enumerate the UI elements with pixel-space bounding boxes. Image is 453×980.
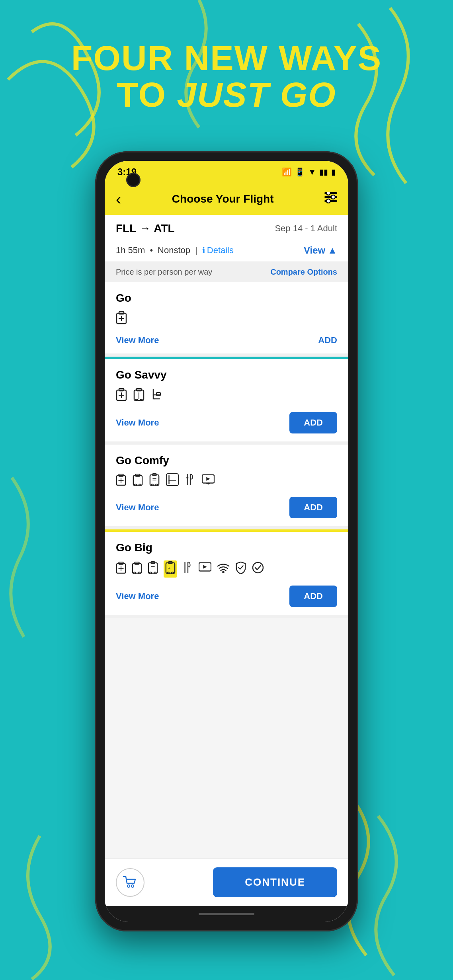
svg-rect-34	[166, 474, 178, 486]
svg-rect-51	[148, 563, 157, 573]
pi-icon4	[116, 561, 126, 577]
meal-icon	[185, 473, 195, 489]
flight-duration: 1h 55m	[116, 245, 145, 256]
fare-icons-go	[116, 311, 337, 327]
svg-marker-65	[203, 565, 207, 568]
svg-text:+: +	[168, 566, 171, 570]
fare-footer-go-comfy: View More ADD	[116, 497, 337, 518]
big-bag-icon: +	[164, 560, 177, 578]
details-link[interactable]: ℹ Details	[202, 245, 234, 256]
filter-button[interactable]	[324, 192, 337, 206]
meal-icon2	[183, 561, 193, 577]
svg-point-4	[331, 195, 335, 199]
content-area: FLL → ATL Sep 14 - 1 Adult 1h 55m • Nons…	[105, 215, 348, 906]
route-arrow: →	[139, 222, 150, 235]
add-button-go-big[interactable]: ADD	[289, 586, 337, 607]
back-button[interactable]: ‹	[116, 190, 121, 208]
fare-icons-go-comfy	[116, 473, 337, 489]
fare-card-go-savvy: Go Savvy	[105, 357, 348, 445]
continue-button[interactable]: CONTINUE	[213, 867, 337, 897]
entertainment-icon	[202, 474, 215, 488]
svg-point-3	[326, 192, 330, 195]
checked-bag-icon2	[148, 561, 158, 577]
phone-frame: 3:19 📶 📱 ▼ ▮▮ ▮ ‹ Choose Your Flight	[95, 151, 358, 931]
add-button-go-comfy[interactable]: ADD	[289, 497, 337, 518]
carry-on-icon	[133, 388, 144, 404]
pi-icon3	[116, 473, 126, 489]
fare-name-go-comfy: Go Comfy	[116, 454, 337, 467]
view-more-go[interactable]: View More	[116, 335, 159, 346]
co-icon3	[132, 561, 142, 577]
cart-button[interactable]	[116, 868, 144, 897]
nav-title: Choose Your Flight	[172, 193, 274, 205]
bluetooth-icon: 📶	[282, 167, 292, 177]
check-circle-icon	[252, 562, 264, 576]
svg-point-5	[326, 199, 330, 203]
personal-item-icon	[116, 311, 127, 327]
wifi-icon2	[217, 562, 230, 576]
route-meta: Sep 14 - 1 Adult	[275, 223, 337, 234]
fare-card-go-big: Go Big	[105, 529, 348, 618]
bottom-bar: CONTINUE	[105, 858, 348, 906]
fare-card-go: Go View More ADD	[105, 282, 348, 357]
svg-rect-47	[133, 564, 141, 573]
fare-card-go-comfy: Go Comfy	[105, 445, 348, 529]
price-notice: Price is per person per way Compare Opti…	[105, 262, 348, 282]
fare-icons-go-savvy	[116, 388, 337, 404]
add-button-go[interactable]: ADD	[318, 335, 337, 346]
price-text: Price is per person per way	[116, 267, 212, 277]
fare-footer-go-savvy: View More ADD	[116, 412, 337, 433]
svg-rect-24	[133, 476, 142, 485]
fare-name-go-big: Go Big	[116, 541, 337, 554]
checked-bag-icon	[149, 473, 160, 489]
add-button-go-savvy[interactable]: ADD	[289, 412, 337, 433]
view-more-go-comfy[interactable]: View More	[116, 502, 159, 513]
personal-item-icon2	[116, 388, 127, 404]
svg-marker-42	[206, 477, 210, 480]
home-indicator	[105, 906, 348, 922]
nav-bar: ‹ Choose Your Flight	[105, 183, 348, 215]
svg-point-67	[253, 562, 263, 573]
fare-icons-go-big: +	[116, 560, 337, 578]
status-bar: 3:19 📶 📱 ▼ ▮▮ ▮	[105, 161, 348, 183]
flight-info: 1h 55m • Nonstop | ℹ Details	[116, 245, 234, 256]
view-button[interactable]: View ▲	[304, 245, 337, 256]
route-label: FLL → ATL	[116, 222, 175, 235]
camera	[126, 173, 141, 187]
passenger-count: 1 Adult	[310, 223, 337, 233]
route-row: FLL → ATL Sep 14 - 1 Adult	[105, 215, 348, 239]
comfort-seat-icon	[166, 473, 179, 489]
fare-options: Go View More ADD	[105, 282, 348, 858]
hero-line1: FOUR NEW WAYS	[0, 40, 453, 76]
view-more-go-savvy[interactable]: View More	[116, 418, 159, 428]
status-icons: 📶 📱 ▼ ▮▮ ▮	[282, 167, 336, 177]
vibrate-icon: 📱	[295, 167, 305, 177]
hero-line2: TO JUST GO	[0, 76, 453, 113]
stop-info: Nonstop	[158, 245, 190, 256]
shield-icon	[235, 561, 246, 577]
wifi-icon: ▼	[308, 168, 316, 177]
fare-name-go: Go	[116, 292, 337, 305]
svg-point-66	[222, 571, 225, 573]
flight-details-row: 1h 55m • Nonstop | ℹ Details View ▲	[105, 239, 348, 262]
signal-icon: ▮▮	[319, 167, 328, 177]
phone-screen: 3:19 📶 📱 ▼ ▮▮ ▮ ‹ Choose Your Flight	[105, 161, 348, 922]
svg-point-69	[131, 885, 134, 887]
view-more-go-big[interactable]: View More	[116, 591, 159, 601]
svg-point-68	[127, 885, 130, 887]
fare-name-go-savvy: Go Savvy	[116, 369, 337, 381]
hero-title: FOUR NEW WAYS TO JUST GO	[0, 40, 453, 113]
fare-footer-go: View More ADD	[116, 335, 337, 346]
flight-date: Sep 14	[275, 223, 303, 233]
compare-link[interactable]: Compare Options	[270, 267, 337, 277]
seat-icon	[151, 388, 163, 404]
co-icon2	[133, 473, 143, 489]
battery-icon: ▮	[331, 167, 336, 177]
fare-footer-go-big: View More ADD	[116, 586, 337, 607]
origin-code: FLL	[116, 222, 136, 235]
destination-code: ATL	[154, 222, 174, 235]
entertainment-icon2	[199, 562, 211, 576]
home-bar	[199, 913, 254, 915]
